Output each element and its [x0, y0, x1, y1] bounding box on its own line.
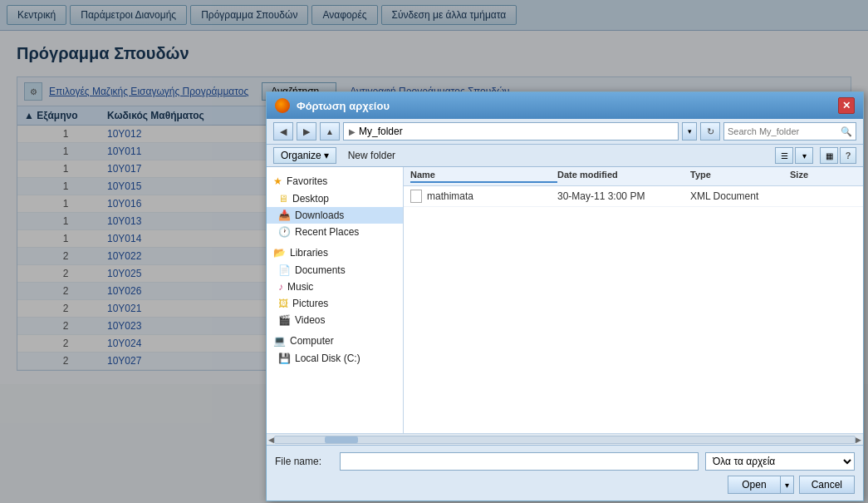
computer-header[interactable]: 💻 Computer [267, 332, 403, 350]
address-dropdown[interactable]: ▾ [682, 122, 697, 141]
music-icon: ♪ [278, 281, 283, 293]
cancel-button[interactable]: Cancel [799, 476, 855, 494]
star-icon: ★ [273, 175, 282, 187]
sidebar-item-videos[interactable]: 🎬 Videos [267, 312, 403, 328]
file-item[interactable]: mathimata 30-May-11 3:00 PM XML Document [404, 186, 863, 207]
file-icon [410, 190, 422, 203]
local-disk-icon: 💾 [278, 353, 291, 364]
search-input[interactable] [728, 126, 841, 136]
filename-row: File name: Όλα τα αρχεία [275, 452, 855, 471]
libraries-icon: 📂 [273, 247, 286, 259]
filename-input[interactable] [340, 452, 699, 471]
address-breadcrumb[interactable]: ▶ My_folder [343, 122, 679, 141]
open-button[interactable]: Open [728, 476, 780, 494]
videos-icon: 🎬 [278, 314, 291, 326]
back-button[interactable]: ◀ [273, 122, 293, 141]
scrollbar-track[interactable] [274, 436, 856, 444]
desktop-icon: 🖥 [278, 193, 288, 205]
view-details-button[interactable]: ▦ [820, 147, 838, 164]
new-folder-button[interactable]: New folder [341, 148, 402, 163]
dialog-title-text: Φόρτωση αρχείου [297, 100, 390, 112]
sidebar-panel: ★ Favorites 🖥 Desktop 📥 Downloads 🕐 Rece… [267, 167, 404, 433]
computer-section: 💻 Computer 💾 Local Disk (C:) [267, 332, 403, 367]
col-type-header: Type [690, 170, 790, 183]
file-list-header: Name Date modified Type Size [404, 167, 863, 186]
refresh-button[interactable]: ↻ [700, 122, 720, 141]
scrollbar-left-btn[interactable]: ◀ [268, 436, 274, 444]
col-name-header: Name [410, 170, 557, 183]
file-list-body: mathimata 30-May-11 3:00 PM XML Document [404, 186, 863, 207]
dialog-close-button[interactable]: ✕ [838, 97, 855, 114]
dialog-titlebar: Φόρτωση αρχείου ✕ [267, 92, 863, 119]
horizontal-scrollbar[interactable]: ◀ ▶ [267, 433, 863, 445]
dialog-body: ★ Favorites 🖥 Desktop 📥 Downloads 🕐 Rece… [267, 167, 863, 433]
recent-icon: 🕐 [278, 226, 291, 238]
search-icon: 🔍 [841, 126, 852, 137]
col-size-header: Size [790, 170, 856, 183]
libraries-section: 📂 Libraries 📄 Documents ♪ Music 🖼 Pictur… [267, 244, 403, 328]
breadcrumb-folder: My_folder [359, 126, 403, 137]
file-type: XML Document [690, 190, 790, 202]
organize-dropdown-icon: ▾ [324, 150, 329, 161]
col-date-header: Date modified [557, 170, 690, 183]
sidebar-item-music[interactable]: ♪ Music [267, 279, 403, 295]
view-buttons: ☰ ▾ ▦ ? [775, 147, 856, 164]
footer-buttons: Open ▾ Cancel [275, 476, 855, 494]
breadcrumb-separator: ▶ [349, 127, 356, 136]
sidebar-item-pictures[interactable]: 🖼 Pictures [267, 295, 403, 312]
search-bar[interactable]: 🔍 [723, 122, 856, 141]
favorites-section: ★ Favorites 🖥 Desktop 📥 Downloads 🕐 Rece… [267, 172, 403, 240]
sidebar-item-downloads[interactable]: 📥 Downloads [267, 207, 403, 224]
filename-label: File name: [275, 456, 333, 467]
forward-button[interactable]: ▶ [297, 122, 316, 141]
open-dropdown-button[interactable]: ▾ [781, 476, 794, 494]
sidebar-item-desktop[interactable]: 🖥 Desktop [267, 190, 403, 207]
sidebar-item-documents[interactable]: 📄 Documents [267, 262, 403, 279]
pictures-icon: 🖼 [278, 298, 288, 309]
filetype-select[interactable]: Όλα τα αρχεία [705, 452, 855, 471]
organize-button[interactable]: Organize ▾ [273, 147, 336, 164]
dialog-toolbar: Organize ▾ New folder ☰ ▾ ▦ ? [267, 145, 863, 167]
file-name: mathimata [427, 190, 473, 202]
firefox-icon [275, 98, 290, 113]
file-list: Name Date modified Type Size mathimata 3… [404, 167, 863, 433]
scrollbar-thumb[interactable] [325, 436, 358, 443]
sidebar-item-recent[interactable]: 🕐 Recent Places [267, 224, 403, 240]
documents-icon: 📄 [278, 264, 291, 276]
favorites-header[interactable]: ★ Favorites [267, 172, 403, 190]
libraries-header[interactable]: 📂 Libraries [267, 244, 403, 262]
open-button-group: Open ▾ [728, 476, 793, 494]
help-button[interactable]: ? [840, 147, 856, 164]
dialog-addressbar: ◀ ▶ ▲ ▶ My_folder ▾ ↻ 🔍 [267, 119, 863, 145]
view-list-button[interactable]: ☰ [775, 147, 793, 164]
file-date: 30-May-11 3:00 PM [557, 190, 690, 202]
dialog-overlay: Φόρτωση αρχείου ✕ ◀ ▶ ▲ ▶ My_folder ▾ ↻ … [0, 0, 868, 503]
dialog-title-left: Φόρτωση αρχείου [275, 98, 390, 113]
computer-icon: 💻 [273, 335, 286, 347]
up-button[interactable]: ▲ [320, 122, 340, 141]
file-dialog: Φόρτωση αρχείου ✕ ◀ ▶ ▲ ▶ My_folder ▾ ↻ … [266, 91, 864, 501]
scrollbar-right-btn[interactable]: ▶ [856, 436, 861, 444]
downloads-icon: 📥 [278, 210, 291, 221]
sidebar-item-localdisk[interactable]: 💾 Local Disk (C:) [267, 350, 403, 367]
dialog-footer: File name: Όλα τα αρχεία Open ▾ Cancel [267, 445, 863, 501]
view-dropdown-button[interactable]: ▾ [795, 147, 813, 164]
